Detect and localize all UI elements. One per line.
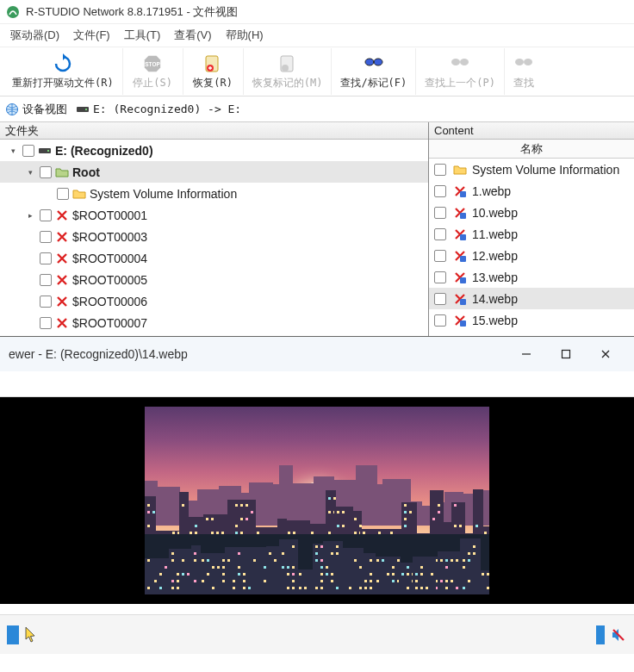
viewer-titlebar: ewer - E: (Recognized0)\14.webp (0, 337, 634, 371)
checkbox[interactable] (434, 250, 446, 262)
folder-yellow-icon (453, 163, 467, 177)
tool-label: 查找上一个(P) (425, 76, 495, 90)
checkbox[interactable] (434, 271, 446, 283)
tool-label: 查找 (513, 76, 534, 90)
menu-tools[interactable]: 工具(T) (117, 25, 168, 46)
menu-view[interactable]: 查看(V) (167, 25, 218, 46)
tree-row[interactable]: ▾Root (0, 161, 428, 183)
checkbox[interactable] (40, 166, 52, 178)
refresh-icon (53, 53, 73, 74)
svg-text:STOP: STOP (146, 60, 161, 66)
menu-bar: 驱动器(D) 文件(F) 工具(T) 查看(V) 帮助(H) (0, 24, 634, 47)
sound-muted-icon[interactable] (610, 626, 627, 644)
svg-rect-22 (460, 277, 466, 283)
svg-rect-19 (460, 213, 466, 219)
checkbox[interactable] (40, 296, 52, 308)
svg-rect-20 (460, 234, 466, 240)
tree-row[interactable]: $ROOT00005 (0, 269, 428, 290)
find-mark-button[interactable]: 查找/标记(F) (332, 48, 416, 95)
file-row[interactable]: 1.webp (429, 180, 634, 202)
checkbox[interactable] (434, 164, 446, 176)
file-row[interactable]: 15.webp (429, 309, 634, 331)
svg-rect-18 (460, 191, 466, 197)
checkbox[interactable] (434, 207, 446, 219)
preview-image (145, 407, 489, 594)
checkbox[interactable] (434, 293, 446, 305)
folder-green-icon (55, 165, 69, 179)
drive-path-label: E: (Recognized0) -> E: (93, 103, 241, 115)
checkbox[interactable] (57, 188, 69, 200)
recover-icon (202, 53, 223, 74)
folder-tree[interactable]: ▾E: (Recognized0)▾RootSystem Volume Info… (0, 140, 428, 336)
x-blue-icon (453, 206, 467, 220)
window-titlebar: R-STUDIO Network 8.8.171951 - 文件视图 (0, 0, 634, 24)
close-button[interactable] (586, 340, 625, 368)
checkbox[interactable] (40, 252, 52, 264)
file-list[interactable]: 名称 System Volume Information1.webp10.web… (429, 140, 634, 336)
find-icon (364, 53, 384, 74)
find-prev-button: 查找上一个(P) (416, 48, 505, 95)
file-name: 1.webp (472, 184, 511, 198)
svg-point-10 (460, 59, 469, 65)
content-panel-header: Content (429, 122, 634, 140)
file-row[interactable]: 11.webp (429, 223, 634, 245)
status-tick (596, 625, 605, 644)
checkbox[interactable] (22, 145, 34, 157)
device-view-label: 设备视图 (22, 102, 67, 117)
x-red-icon (55, 252, 69, 265)
checkbox[interactable] (434, 228, 446, 240)
file-row[interactable]: 14.webp (429, 288, 634, 309)
tree-row[interactable]: System Volume Information (0, 183, 428, 204)
drive-icon (76, 103, 90, 116)
x-blue-icon (453, 227, 467, 241)
recover-marked-button: 恢复标记的(M) (244, 48, 333, 95)
file-row[interactable]: 12.webp (429, 245, 634, 266)
tree-row[interactable]: $ROOT00003 (0, 226, 428, 247)
checkbox[interactable] (434, 314, 446, 327)
tree-row[interactable]: $ROOT00007 (0, 312, 428, 333)
tree-row[interactable]: $ROOT00004 (0, 247, 428, 269)
drive-path-tab[interactable]: E: (Recognized0) -> E: (76, 103, 241, 116)
reopen-drive-button[interactable]: 重新打开驱动文件(R) (3, 48, 123, 95)
svg-rect-23 (460, 299, 466, 305)
device-view-tab[interactable]: 设备视图 (5, 102, 67, 117)
checkbox[interactable] (434, 185, 446, 197)
tree-row[interactable]: ▸$ROOT00001 (0, 204, 428, 226)
viewer-toolbar (0, 371, 634, 397)
checkbox[interactable] (40, 209, 52, 221)
file-name: 10.webp (472, 206, 518, 220)
maximize-button[interactable] (546, 340, 586, 368)
svg-point-6 (282, 65, 289, 72)
file-name: 12.webp (472, 249, 518, 263)
viewer-body (0, 397, 634, 604)
checkbox[interactable] (40, 317, 52, 329)
window-title: R-STUDIO Network 8.8.171951 - 文件视图 (26, 4, 238, 20)
file-row[interactable]: System Volume Information (429, 159, 634, 180)
tree-item-label: E: (Recognized0) (55, 144, 153, 158)
file-row[interactable]: 13.webp (429, 266, 634, 288)
file-row[interactable]: 10.webp (429, 202, 634, 223)
chevron-down-icon[interactable]: ▾ (24, 166, 36, 178)
tree-item-label: $ROOT00007 (72, 316, 147, 330)
chevron-down-icon[interactable]: ▾ (7, 145, 19, 157)
x-blue-icon (453, 314, 467, 327)
menu-file[interactable]: 文件(F) (66, 25, 117, 46)
checkbox[interactable] (40, 274, 52, 286)
recover-button[interactable]: 恢复(R) (183, 48, 244, 95)
chevron-right-icon[interactable]: ▸ (24, 209, 36, 221)
svg-point-8 (374, 59, 382, 65)
x-red-icon (55, 273, 69, 287)
menu-drives[interactable]: 驱动器(D) (3, 25, 66, 46)
main-toolbar: 重新打开驱动文件(R) STOP 停止(S) 恢复(R) 恢复标记的(M) 查找… (0, 47, 634, 96)
tree-row[interactable]: $ROOT00006 (0, 290, 428, 312)
file-column-header[interactable]: 名称 (429, 140, 634, 159)
menu-help[interactable]: 帮助(H) (219, 25, 270, 46)
viewer-window: ewer - E: (Recognized0)\14.webp (0, 336, 634, 654)
checkbox[interactable] (40, 231, 52, 243)
tree-item-label: Root (72, 165, 100, 179)
tree-row[interactable]: ▾E: (Recognized0) (0, 140, 428, 161)
find-next-icon (513, 53, 534, 74)
svg-point-7 (365, 59, 374, 65)
minimize-button[interactable] (507, 340, 546, 368)
tool-label: 查找/标记(F) (340, 76, 407, 90)
